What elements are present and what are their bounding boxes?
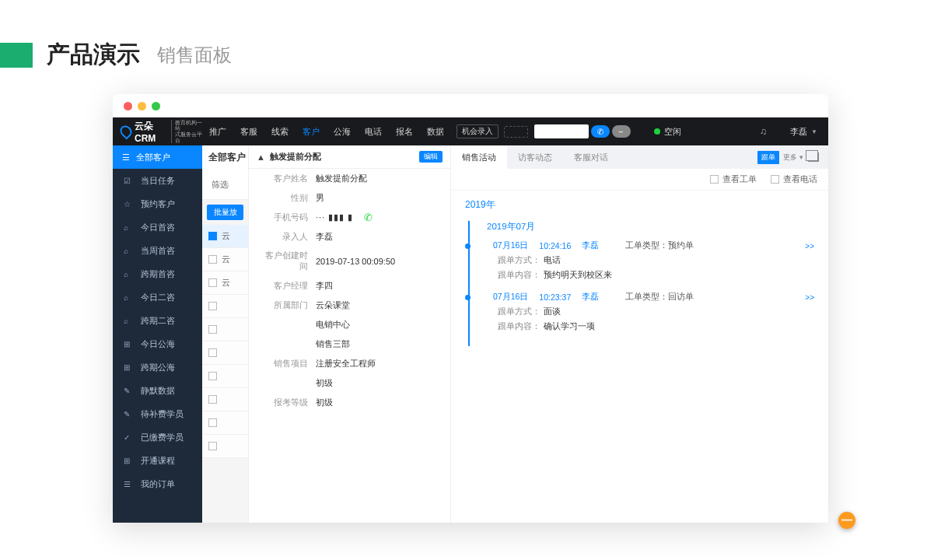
- detail-label: 性别: [258, 193, 308, 204]
- edit-button[interactable]: 编辑: [419, 151, 443, 163]
- checkbox-icon[interactable]: [208, 348, 217, 357]
- list-header: 全部客户: [202, 145, 248, 169]
- checkbox-icon[interactable]: [208, 325, 217, 334]
- list-item[interactable]: [202, 435, 248, 458]
- sidebar-item-12[interactable]: ⊞开通课程: [113, 449, 202, 472]
- tab-0[interactable]: 销售活动: [451, 145, 507, 169]
- filter-label: 查看工单: [722, 174, 757, 184]
- nav-item-7[interactable]: 数据: [420, 117, 451, 145]
- nav-item-4[interactable]: 公海: [327, 117, 358, 145]
- sidebar-item-6[interactable]: ⌕跨期二咨: [113, 309, 202, 332]
- checkbox-icon[interactable]: [208, 302, 217, 310]
- sidebar-item-2[interactable]: ⌕今日首咨: [113, 215, 202, 239]
- nav-items: 推广客服线索客户公海电话报名数据: [202, 117, 451, 145]
- entry-date: 07月16日: [493, 292, 528, 303]
- timeline-entry: 07月16日10:24:16李磊工单类型：预约单>>跟单方式：电话跟单内容：预约…: [487, 240, 814, 281]
- call-hangup-button[interactable]: ⌣: [612, 125, 631, 138]
- activity-tabs: 销售活动访客动态客服对话 跟单 更多 ▾: [451, 145, 828, 169]
- minimize-icon[interactable]: [138, 102, 146, 110]
- logo-slogan-2: 式服务云平台: [175, 131, 202, 143]
- expand-icon[interactable]: [808, 152, 819, 162]
- checkbox-icon[interactable]: [208, 395, 217, 404]
- sidebar-item-label: 今日首咨: [141, 222, 175, 233]
- tab-1[interactable]: 访客动态: [507, 145, 563, 169]
- followup-button[interactable]: 跟单: [757, 151, 779, 164]
- checkbox-icon[interactable]: [208, 232, 217, 240]
- phone-icon[interactable]: ✆: [364, 212, 373, 223]
- detail-value: 初级: [316, 377, 441, 389]
- list-item[interactable]: [202, 365, 248, 388]
- sidebar-item-4[interactable]: ⌕跨期首咨: [113, 262, 202, 285]
- filter-checkbox[interactable]: 查看电话: [771, 174, 817, 185]
- detail-value: 触发提前分配: [316, 173, 441, 184]
- search-input[interactable]: [534, 124, 589, 138]
- logo: 云朵CRM 教育机构一站 式服务云平台: [113, 120, 202, 144]
- sidebar-item-0[interactable]: ☑当日任务: [113, 169, 202, 192]
- list-item[interactable]: [202, 388, 248, 411]
- sidebar-item-9[interactable]: ✎静默数据: [113, 379, 202, 402]
- entry-button[interactable]: 机会录入: [457, 124, 498, 138]
- close-icon[interactable]: [124, 102, 132, 110]
- status-text[interactable]: 空闲: [664, 126, 681, 138]
- sidebar-item-8[interactable]: ⊞跨期公海: [113, 355, 202, 379]
- sidebar-item-10[interactable]: ✎待补费学员: [113, 402, 202, 425]
- list-item[interactable]: 云: [202, 248, 248, 271]
- sidebar-item-5[interactable]: ⌕今日二咨: [113, 285, 202, 309]
- expand-entry-button[interactable]: >>: [805, 293, 814, 302]
- batch-button[interactable]: 批量放: [207, 205, 243, 220]
- checkbox-icon[interactable]: [208, 278, 217, 287]
- expand-entry-button[interactable]: >>: [805, 242, 814, 250]
- list-item[interactable]: [202, 411, 248, 435]
- detail-label: 录入人: [258, 232, 308, 243]
- sidebar-item-3[interactable]: ⌕当周首咨: [113, 239, 202, 262]
- sidebar-item-1[interactable]: ☆预约客户: [113, 192, 202, 215]
- user-menu[interactable]: 李磊 ▼: [790, 126, 817, 138]
- bell-icon[interactable]: ♫: [760, 126, 767, 137]
- filter-checkbox[interactable]: 查看工单: [710, 174, 757, 185]
- sidebar-icon: ⌕: [124, 293, 136, 302]
- sidebar-item-7[interactable]: ⊞今日公海: [113, 332, 202, 355]
- nav-item-6[interactable]: 报名: [389, 117, 420, 145]
- list-item[interactable]: [202, 295, 248, 318]
- list-filter[interactable]: 筛选: [202, 169, 248, 200]
- checkbox-icon[interactable]: [208, 255, 217, 264]
- sidebar-head[interactable]: ☰ 全部客户: [113, 145, 202, 169]
- nav-item-5[interactable]: 电话: [358, 117, 389, 145]
- checkbox-icon[interactable]: [208, 372, 217, 380]
- sidebar-item-label: 开通课程: [141, 455, 175, 467]
- nav-item-1[interactable]: 客服: [233, 117, 264, 145]
- tab-2[interactable]: 客服对话: [563, 145, 619, 169]
- list-item[interactable]: 云: [202, 225, 248, 248]
- more-button[interactable]: 更多 ▾: [783, 152, 803, 163]
- sidebar-item-11[interactable]: ✓已缴费学员: [113, 425, 202, 449]
- sidebar-item-label: 待补费学员: [141, 408, 184, 420]
- detail-label: 销售项目: [258, 359, 308, 369]
- sidebar-item-label: 跨期二咨: [141, 315, 175, 327]
- entry-type: 工单类型：回访单: [625, 292, 694, 303]
- maximize-icon[interactable]: [152, 102, 160, 110]
- checkbox-icon[interactable]: [208, 442, 217, 450]
- detail-row: 初级: [249, 373, 450, 393]
- nav-item-3[interactable]: 客户: [296, 117, 327, 145]
- list-item[interactable]: 云: [202, 271, 248, 295]
- call-answer-button[interactable]: ✆: [591, 125, 610, 138]
- list-item-label: 云: [222, 277, 230, 289]
- timeline-year: 2019年: [465, 198, 814, 212]
- sidebar-item-13[interactable]: ☰我的订单: [113, 472, 202, 495]
- sidebar-item-label: 跨期首咨: [141, 268, 175, 280]
- person-icon: ▲: [257, 152, 265, 162]
- sidebar-head-label: 全部客户: [136, 152, 170, 163]
- nav-item-0[interactable]: 推广: [202, 117, 233, 145]
- entry-method-value: 面谈: [544, 306, 561, 316]
- activity-filters: 查看工单查看电话: [451, 169, 828, 191]
- list-item[interactable]: [202, 318, 248, 341]
- sidebar-item-label: 当周首咨: [141, 245, 175, 257]
- checkbox-icon[interactable]: [208, 418, 217, 427]
- entry-method-label: 跟单方式：: [498, 255, 540, 264]
- list-item[interactable]: [202, 341, 248, 365]
- collapse-fab[interactable]: —: [838, 512, 855, 529]
- nav-item-2[interactable]: 线索: [264, 117, 296, 145]
- detail-panel: ▲ 触发提前分配 编辑 客户姓名触发提前分配性别男手机号码··· ▮▮▮ ▮✆录…: [249, 145, 451, 523]
- timeline-month: 2019年07月: [487, 221, 814, 233]
- detail-value: 云朵课堂: [316, 299, 441, 311]
